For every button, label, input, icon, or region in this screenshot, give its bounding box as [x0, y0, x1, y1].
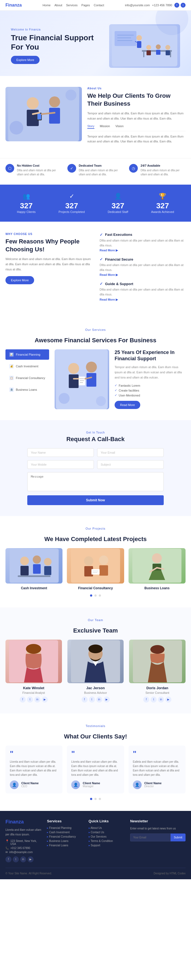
service-image — [55, 349, 109, 409]
footer-services-link-2[interactable]: Cash Investment — [47, 831, 83, 834]
jac-instagram-icon[interactable]: in — [96, 697, 102, 703]
jac-facebook-icon[interactable]: f — [82, 697, 88, 703]
stat-staff-number: 327 — [108, 202, 128, 210]
testimonials-title: What Our Clients Say! — [5, 733, 186, 740]
why-item-1-read-more[interactable]: Read More ▶ — [100, 248, 118, 252]
tab-vision[interactable]: Vision — [116, 124, 124, 129]
tab-mission[interactable]: Mission — [100, 124, 110, 129]
footer-twitter-icon[interactable]: t — [13, 856, 19, 862]
footer-services-link-1[interactable]: Financial Planning — [47, 826, 83, 829]
kate-instagram-icon[interactable]: in — [34, 697, 40, 703]
financial-planning-icon: 📊 — [9, 352, 14, 357]
team-card-kate: Kate Winslet Financial Analyst f t in ▶ — [5, 640, 62, 703]
testimonial-author-2: 👤 Client Name Manager — [71, 780, 119, 789]
svg-point-20 — [49, 96, 60, 107]
tab-story[interactable]: Story — [87, 124, 95, 129]
footer-quick-link-5[interactable]: Support — [89, 844, 125, 847]
svg-rect-54 — [91, 569, 100, 574]
about-text1: Tempor and ullam ristum at dlla. Eam ill… — [87, 111, 186, 121]
why-explore-button[interactable]: Explore More — [5, 276, 34, 284]
nav-about[interactable]: About — [54, 3, 62, 7]
why-item-1-title: Fast Executions — [105, 232, 132, 237]
jac-twitter-icon[interactable]: t — [89, 697, 95, 703]
footer-newsletter-input[interactable] — [130, 834, 170, 842]
doris-instagram-icon[interactable]: in — [158, 697, 164, 703]
kate-linkedin-icon[interactable]: ▶ — [42, 697, 48, 703]
facebook-icon[interactable]: f — [174, 3, 179, 8]
svg-point-15 — [165, 45, 170, 50]
kate-twitter-icon[interactable]: t — [27, 697, 33, 703]
service-read-more-button[interactable]: Read More — [115, 401, 140, 409]
testimonials-nav-dot-2[interactable] — [95, 798, 96, 800]
callback-subject-input[interactable] — [97, 460, 164, 469]
footer-quick-link-2[interactable]: Contact Us — [89, 831, 125, 834]
footer-quicklinks-col: Quick Links About Us Contact Us Our Serv… — [89, 819, 125, 862]
svg-point-18 — [27, 97, 39, 109]
svg-rect-6 — [137, 41, 141, 48]
twitter-icon[interactable]: t — [181, 3, 186, 8]
why-item-3-read-more[interactable]: Read More ▶ — [100, 298, 118, 301]
kate-facebook-icon[interactable]: f — [20, 697, 26, 703]
callback-title: Request A Call-Back — [27, 436, 164, 443]
doris-linkedin-icon[interactable]: ▶ — [165, 697, 171, 703]
callback-mobile-input[interactable] — [27, 460, 94, 469]
brand-logo[interactable]: Finanza — [5, 3, 22, 8]
footer-services-link-5[interactable]: Financial Loans — [47, 844, 83, 847]
feature-dedicated-team: ✓ Dedicated Team Dllta and ullam ristum … — [67, 164, 124, 177]
projects-nav-dot-2[interactable] — [95, 594, 96, 597]
why-item-2-title: Financial Secure — [105, 257, 133, 261]
callback-email-input[interactable] — [97, 448, 164, 457]
projects-nav-dot-3[interactable] — [99, 594, 101, 597]
svg-rect-43 — [21, 566, 29, 575]
footer-quick-link-4[interactable]: Terms & Condition — [89, 840, 125, 843]
navbar-social: f t — [174, 3, 186, 8]
nav-pages[interactable]: Pages — [81, 3, 90, 7]
callback-name-input[interactable] — [27, 448, 94, 457]
svg-point-44 — [33, 555, 41, 564]
footer-newsletter-button[interactable]: Submit — [170, 834, 186, 842]
svg-point-50 — [84, 556, 93, 566]
tab-financial-consultancy[interactable]: 📋 Financial Consultancy — [5, 373, 49, 383]
callback-submit-button[interactable]: Submit Now — [27, 495, 164, 505]
svg-rect-23 — [37, 113, 41, 119]
why-item-2-read-more[interactable]: Read More ▶ — [100, 273, 118, 276]
testimonials-nav-dot-1[interactable] — [90, 798, 92, 800]
doris-twitter-icon[interactable]: t — [151, 697, 157, 703]
hero-explore-button[interactable]: Explore More — [11, 56, 40, 64]
footer-quick-link-1[interactable]: About Us — [89, 826, 125, 829]
business-loans-icon: 🏦 — [9, 388, 14, 392]
navbar-right: info@yoursite.com +123 456 7890 f t — [125, 3, 186, 8]
hero-content: Welcome to Finanza True Financial Suppor… — [11, 28, 95, 64]
footer-youtube-icon[interactable]: ▶ — [27, 856, 34, 862]
nav-services[interactable]: Services — [66, 3, 77, 7]
testimonials-nav-dot-3[interactable] — [99, 798, 101, 800]
svg-rect-32 — [87, 373, 96, 387]
projects-title: We Have Completed Latest Projects — [5, 536, 186, 542]
svg-point-13 — [156, 45, 161, 49]
nav-contact[interactable]: Contact — [94, 3, 104, 7]
nav-home[interactable]: Home — [43, 3, 50, 7]
author-role-2: Manager — [83, 785, 100, 788]
footer-services-link-3[interactable]: Financial Consultancy — [47, 835, 83, 838]
doris-facebook-icon[interactable]: f — [143, 697, 149, 703]
team-title: Exclusive Team — [5, 627, 186, 634]
financial-consultancy-label: Financial Consultancy — [16, 376, 45, 380]
footer-grid: Finanza Llorela and illam vulcan ullam p… — [5, 819, 186, 862]
author-avatar-1: 👤 — [10, 780, 19, 789]
footer-quick-link-3[interactable]: Our Services — [89, 835, 125, 838]
footer-info: 📍 123 Street, New York, USA 📞 +012 345 6… — [5, 840, 42, 854]
tab-financial-planning[interactable]: 📊 Financial Planning — [5, 349, 49, 360]
tab-cash-investment[interactable]: 💰 Cash Investment — [5, 361, 49, 371]
callback-message-input[interactable] — [27, 472, 164, 491]
stat-projects: ✓ 327 Projects Completed — [59, 193, 85, 213]
feature-2-text: Dllta and ullam ristum at dlla per ullam… — [79, 168, 124, 177]
projects-nav-dot-1[interactable] — [90, 594, 92, 597]
footer-services-link-4[interactable]: Business Loans — [47, 840, 83, 843]
svg-point-29 — [68, 363, 79, 374]
footer-linkedin-icon[interactable]: in — [20, 856, 26, 862]
contact-phone: +123 456 7890 — [152, 3, 172, 7]
tab-business-loans[interactable]: 🏦 Business Loans — [5, 385, 49, 395]
svg-point-46 — [44, 558, 51, 566]
jac-linkedin-icon[interactable]: ▶ — [104, 697, 110, 703]
footer-facebook-icon[interactable]: f — [5, 856, 11, 862]
